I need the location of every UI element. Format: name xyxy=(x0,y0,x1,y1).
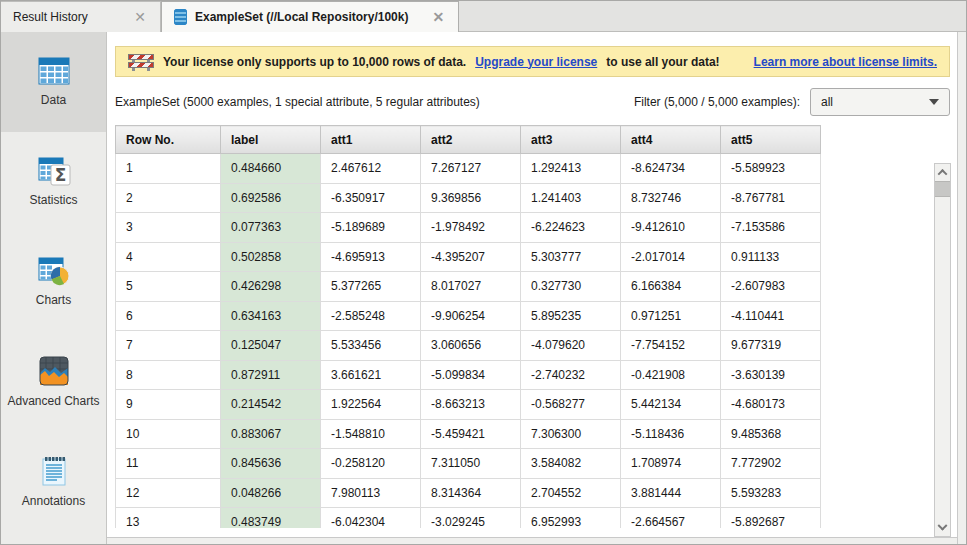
row-number-cell[interactable]: 1 xyxy=(116,154,221,184)
attribute-cell[interactable]: -5.189689 xyxy=(321,213,421,243)
label-cell[interactable]: 0.426298 xyxy=(221,272,321,302)
attribute-cell[interactable]: 3.060656 xyxy=(421,331,521,361)
sidebar-item-data[interactable]: Data xyxy=(1,32,106,132)
attribute-cell[interactable]: 8.314364 xyxy=(421,478,521,508)
table-row[interactable]: 40.502858-4.695913-4.3952075.303777-2.01… xyxy=(116,242,821,272)
attribute-cell[interactable]: 9.485368 xyxy=(721,419,821,449)
attribute-cell[interactable]: 5.377265 xyxy=(321,272,421,302)
attribute-cell[interactable]: -5.892687 xyxy=(721,508,821,529)
sidebar-item-statistics[interactable]: Σ Statistics xyxy=(1,132,106,232)
attribute-cell[interactable]: 8.017027 xyxy=(421,272,521,302)
table-row[interactable]: 80.8729113.661621-5.099834-2.740232-0.42… xyxy=(116,360,821,390)
label-cell[interactable]: 0.692586 xyxy=(221,183,321,213)
attribute-cell[interactable]: 0.327730 xyxy=(521,272,621,302)
column-header-att1[interactable]: att1 xyxy=(321,126,421,154)
label-cell[interactable]: 0.483749 xyxy=(221,508,321,529)
attribute-cell[interactable]: 1.708974 xyxy=(621,449,721,479)
attribute-cell[interactable]: -7.153586 xyxy=(721,213,821,243)
attribute-cell[interactable]: 5.303777 xyxy=(521,242,621,272)
table-row[interactable]: 100.883067-1.548810-5.4594217.306300-5.1… xyxy=(116,419,821,449)
vertical-scrollbar[interactable] xyxy=(934,163,951,537)
column-header-label[interactable]: label xyxy=(221,126,321,154)
label-cell[interactable]: 0.125047 xyxy=(221,331,321,361)
row-number-cell[interactable]: 5 xyxy=(116,272,221,302)
attribute-cell[interactable]: -9.906254 xyxy=(421,301,521,331)
table-row[interactable]: 90.2145421.922564-8.663213-0.5682775.442… xyxy=(116,390,821,420)
table-row[interactable]: 130.483749-6.042304-3.0292456.952993-2.6… xyxy=(116,508,821,529)
attribute-cell[interactable]: 3.661621 xyxy=(321,360,421,390)
column-header-att2[interactable]: att2 xyxy=(421,126,521,154)
label-cell[interactable]: 0.484660 xyxy=(221,154,321,184)
row-number-cell[interactable]: 4 xyxy=(116,242,221,272)
attribute-cell[interactable]: -6.042304 xyxy=(321,508,421,529)
attribute-cell[interactable]: -9.412610 xyxy=(621,213,721,243)
row-number-cell[interactable]: 13 xyxy=(116,508,221,529)
close-icon[interactable]: ✕ xyxy=(430,10,446,24)
attribute-cell[interactable]: 8.732746 xyxy=(621,183,721,213)
attribute-cell[interactable]: 5.533456 xyxy=(321,331,421,361)
attribute-cell[interactable]: 1.922564 xyxy=(321,390,421,420)
attribute-cell[interactable]: 5.593283 xyxy=(721,478,821,508)
column-header-att5[interactable]: att5 xyxy=(721,126,821,154)
row-number-cell[interactable]: 3 xyxy=(116,213,221,243)
table-row[interactable]: 20.692586-6.3509179.3698561.2414038.7327… xyxy=(116,183,821,213)
tab-exampleset[interactable]: ExampleSet (//Local Repository/100k) ✕ xyxy=(161,1,459,32)
label-cell[interactable]: 0.872911 xyxy=(221,360,321,390)
attribute-cell[interactable]: -4.680173 xyxy=(721,390,821,420)
attribute-cell[interactable]: -6.224623 xyxy=(521,213,621,243)
column-header-att3[interactable]: att3 xyxy=(521,126,621,154)
row-number-cell[interactable]: 8 xyxy=(116,360,221,390)
attribute-cell[interactable]: -6.350917 xyxy=(321,183,421,213)
attribute-cell[interactable]: -2.607983 xyxy=(721,272,821,302)
attribute-cell[interactable]: 6.166384 xyxy=(621,272,721,302)
attribute-cell[interactable]: 0.971251 xyxy=(621,301,721,331)
table-row[interactable]: 50.4262985.3772658.0170270.3277306.16638… xyxy=(116,272,821,302)
label-cell[interactable]: 0.214542 xyxy=(221,390,321,420)
attribute-cell[interactable]: 0.911133 xyxy=(721,242,821,272)
column-header-att4[interactable]: att4 xyxy=(621,126,721,154)
attribute-cell[interactable]: -3.029245 xyxy=(421,508,521,529)
attribute-cell[interactable]: -8.767781 xyxy=(721,183,821,213)
attribute-cell[interactable]: 2.467612 xyxy=(321,154,421,184)
tab-result-history[interactable]: Result History ✕ xyxy=(1,1,161,32)
upgrade-license-link[interactable]: Upgrade your license xyxy=(475,55,597,69)
attribute-cell[interactable]: -4.695913 xyxy=(321,242,421,272)
attribute-cell[interactable]: 6.952993 xyxy=(521,508,621,529)
attribute-cell[interactable]: -2.017014 xyxy=(621,242,721,272)
learn-more-link[interactable]: Learn more about license limits. xyxy=(754,55,937,69)
attribute-cell[interactable]: -0.568277 xyxy=(521,390,621,420)
attribute-cell[interactable]: 5.895235 xyxy=(521,301,621,331)
attribute-cell[interactable]: -1.548810 xyxy=(321,419,421,449)
attribute-cell[interactable]: -1.978492 xyxy=(421,213,521,243)
label-cell[interactable]: 0.634163 xyxy=(221,301,321,331)
attribute-cell[interactable]: -5.118436 xyxy=(621,419,721,449)
row-number-cell[interactable]: 12 xyxy=(116,478,221,508)
attribute-cell[interactable]: 3.584082 xyxy=(521,449,621,479)
row-number-cell[interactable]: 10 xyxy=(116,419,221,449)
scrollbar-thumb[interactable] xyxy=(935,181,950,197)
table-row[interactable]: 30.077363-5.189689-1.978492-6.224623-9.4… xyxy=(116,213,821,243)
filter-dropdown[interactable]: all xyxy=(810,88,950,116)
attribute-cell[interactable]: -4.110441 xyxy=(721,301,821,331)
label-cell[interactable]: 0.845636 xyxy=(221,449,321,479)
attribute-cell[interactable]: 7.311050 xyxy=(421,449,521,479)
attribute-cell[interactable]: -5.099834 xyxy=(421,360,521,390)
scroll-up-button[interactable] xyxy=(935,164,950,180)
sidebar-item-annotations[interactable]: Annotations xyxy=(1,432,106,532)
attribute-cell[interactable]: -7.754152 xyxy=(621,331,721,361)
sidebar-item-charts[interactable]: Charts xyxy=(1,232,106,332)
attribute-cell[interactable]: -0.421908 xyxy=(621,360,721,390)
attribute-cell[interactable]: -2.585248 xyxy=(321,301,421,331)
row-number-cell[interactable]: 9 xyxy=(116,390,221,420)
attribute-cell[interactable]: 9.369856 xyxy=(421,183,521,213)
row-number-cell[interactable]: 7 xyxy=(116,331,221,361)
attribute-cell[interactable]: -0.258120 xyxy=(321,449,421,479)
attribute-cell[interactable]: 7.772902 xyxy=(721,449,821,479)
label-cell[interactable]: 0.048266 xyxy=(221,478,321,508)
attribute-cell[interactable]: -8.663213 xyxy=(421,390,521,420)
table-row[interactable]: 70.1250475.5334563.060656-4.079620-7.754… xyxy=(116,331,821,361)
attribute-cell[interactable]: 7.980113 xyxy=(321,478,421,508)
scrollbar-track[interactable] xyxy=(935,198,950,520)
attribute-cell[interactable]: -2.740232 xyxy=(521,360,621,390)
attribute-cell[interactable]: 7.267127 xyxy=(421,154,521,184)
